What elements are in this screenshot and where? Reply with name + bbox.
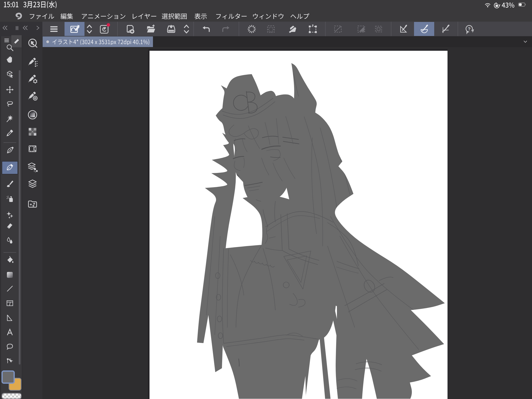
chevrons-left2-icon[interactable]	[22, 25, 29, 32]
tool-correct-line[interactable]	[2, 355, 18, 368]
subtool-animation[interactable]	[23, 143, 42, 155]
canvas[interactable]	[150, 51, 448, 399]
frame-panels-icon	[6, 299, 14, 308]
tool-pencil[interactable]	[2, 161, 18, 174]
magnifier-arrow-icon	[27, 37, 38, 49]
transparent-color-swatch[interactable]	[1, 393, 22, 399]
tool-frame[interactable]	[2, 297, 18, 310]
chevrons-left-icon[interactable]	[1, 25, 9, 32]
undo-button[interactable]	[200, 22, 213, 36]
new-file-icon	[125, 24, 135, 34]
selection-fill-button[interactable]	[355, 22, 368, 36]
clip-studio-paint-app: { "app": "Clip Studio Paint (iPad)", "st…	[0, 0, 532, 399]
updown-chevrons-icon	[84, 24, 95, 34]
command-bar-divider	[391, 22, 391, 36]
tool-pen[interactable]	[2, 144, 18, 158]
main-color-swatch[interactable]	[1, 370, 15, 384]
transform-button[interactable]	[306, 22, 319, 36]
status-time	[3, 1, 19, 8]
tool-group-divider	[3, 252, 16, 253]
tool-lasso[interactable]	[2, 97, 18, 111]
tool-blend[interactable]	[2, 234, 18, 248]
tool-brush[interactable]	[2, 178, 18, 191]
subtool-layers[interactable]	[23, 178, 42, 191]
menu-edit[interactable]: 編集	[60, 13, 73, 19]
chevron-right-icon[interactable]	[34, 25, 41, 32]
battery-percent-text: 43%	[0, 0, 0, 0]
flag-triangle-icon	[6, 314, 14, 323]
clip-studio-button[interactable]	[98, 22, 111, 36]
subtool-zoom[interactable]	[23, 37, 42, 50]
deselect-button[interactable]	[286, 22, 300, 36]
tool-move-layer[interactable]	[2, 83, 18, 97]
hand-icon	[6, 55, 14, 65]
selection-border-button[interactable]	[372, 22, 385, 36]
tool-text[interactable]	[2, 326, 18, 339]
menu-animation[interactable]: アニメーション	[81, 13, 126, 19]
select-area-button[interactable]	[264, 22, 278, 36]
save-cycle-button[interactable]	[180, 22, 193, 36]
command-bar-divider	[458, 22, 458, 36]
tool-fill[interactable]	[2, 253, 18, 267]
tool-eraser[interactable]	[2, 220, 18, 233]
tool-palette-scrollbar[interactable]	[19, 70, 20, 365]
pencil-icon	[6, 163, 14, 172]
touch-operation-button[interactable]	[65, 22, 84, 36]
redo-button[interactable]	[219, 22, 233, 36]
lasso-icon	[6, 99, 14, 109]
menu-layer[interactable]: レイヤー	[131, 13, 157, 19]
dashed-slash-icon	[333, 24, 343, 34]
tool-polyline[interactable]	[2, 312, 18, 325]
gradient-square-icon	[6, 271, 14, 280]
rotation-lock-icon	[493, 2, 500, 9]
help-button[interactable]: ?	[462, 22, 476, 36]
panel-split-icon[interactable]	[15, 25, 21, 32]
open-folder-icon	[146, 24, 156, 34]
tool-auto-select[interactable]	[2, 112, 18, 125]
subtool-pen-target[interactable]	[23, 90, 42, 103]
status-date	[23, 1, 57, 8]
menu-selection[interactable]: 選択範囲	[162, 13, 187, 19]
reset-display-button[interactable]	[245, 22, 258, 36]
selection-invert-button[interactable]	[331, 22, 345, 36]
tool-cycle-button[interactable]	[83, 22, 96, 36]
tool-hand[interactable]	[2, 53, 18, 67]
subtool-circle-gradient[interactable]	[23, 109, 42, 121]
menu-filter[interactable]: フィルター	[215, 13, 247, 19]
save-tray-icon	[166, 24, 176, 34]
menu-file[interactable]: ファイル	[29, 13, 54, 19]
tool-operation[interactable]	[2, 68, 18, 81]
tool-figure[interactable]	[2, 283, 18, 296]
subtool-pen-settings[interactable]	[23, 73, 42, 86]
node-cursor-icon	[6, 357, 14, 366]
subtool-material[interactable]	[23, 198, 42, 211]
tool-balloon[interactable]	[2, 341, 18, 354]
color-grid-icon	[27, 126, 38, 138]
tool-gradient[interactable]	[2, 269, 18, 282]
new-canvas-button[interactable]	[123, 22, 137, 36]
snap-grid-button[interactable]	[439, 22, 453, 36]
material-folder-icon	[27, 199, 38, 210]
main-menu-button[interactable]	[47, 22, 61, 36]
subtool-color-set[interactable]	[23, 126, 42, 138]
status-date-text: 3月23日(水)	[0, 0, 0, 0]
tool-zoom[interactable]	[2, 42, 18, 55]
deselect-icon	[288, 24, 298, 34]
open-file-button[interactable]	[144, 22, 158, 36]
subtool-pen-list[interactable]	[23, 56, 42, 69]
tool-eyedropper[interactable]	[2, 127, 18, 140]
snap-special-ruler-button[interactable]	[414, 22, 434, 36]
clip-studio-logo[interactable]	[14, 12, 23, 20]
document-tab[interactable]: イラスト4* (3024 x 3531px 72dpi 40.1%)	[43, 36, 153, 47]
undo-arrow-icon	[201, 24, 212, 34]
subtool-layer-property[interactable]	[23, 162, 42, 174]
snap-ruler-button[interactable]	[397, 22, 411, 36]
save-button[interactable]	[164, 22, 178, 36]
canvas-area[interactable]	[42, 47, 532, 399]
menu-window[interactable]: ウィンドウ	[252, 13, 284, 19]
menu-view[interactable]: 表示	[194, 13, 207, 19]
tool-airbrush[interactable]	[2, 193, 18, 206]
menu-help[interactable]: ヘルプ	[290, 13, 309, 19]
chevron-down-icon[interactable]	[522, 39, 529, 44]
updown-chevrons-icon	[181, 24, 192, 34]
